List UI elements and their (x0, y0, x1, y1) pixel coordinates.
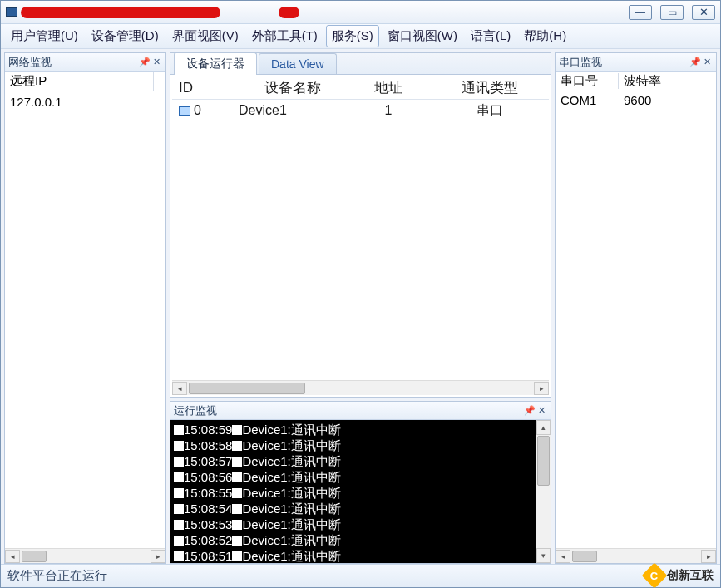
scroll-thumb[interactable] (572, 551, 597, 562)
title-redacted-1 (21, 7, 220, 18)
left-scrollbar[interactable]: ◂ ▸ (5, 548, 165, 563)
panel-title: 网络监视 (8, 55, 52, 70)
col-type[interactable]: 通讯类型 (430, 78, 549, 97)
menu-item[interactable]: 界面视图(V) (167, 26, 244, 47)
center-column: 设备运行器Data View ID 设备名称 地址 通讯类型 0Device11… (170, 52, 551, 564)
menu-item[interactable]: 窗口视图(W) (383, 26, 462, 47)
device-scrollbar[interactable]: ◂ ▸ (172, 380, 549, 395)
log-line: 15:08:57Device1:通讯中断 (174, 453, 532, 469)
status-text: 软件平台正在运行 (7, 568, 107, 584)
left-header-extra[interactable] (154, 80, 165, 83)
right-grid-header: 串口号 波特率 (556, 72, 716, 91)
col-id[interactable]: ID (172, 80, 239, 96)
menu-item[interactable]: 帮助(H) (519, 26, 571, 47)
log-line: 15:08:54Device1:通讯中断 (174, 501, 532, 516)
panel-header-serial: 串口监视 📌 ✕ (556, 53, 716, 72)
statusbar: 软件平台正在运行 C 创新互联 (1, 564, 720, 587)
maximize-button[interactable]: ▭ (660, 5, 684, 20)
log-panel: 运行监视 📌 ✕ 15:08:59Device1:通讯中断15:08:58Dev… (170, 401, 551, 564)
pin-icon[interactable]: 📌 (524, 405, 536, 416)
table-row[interactable]: 0Device11串口 (172, 100, 549, 121)
brand-icon: C (641, 562, 667, 588)
menu-item[interactable]: 设备管理(D) (86, 26, 164, 47)
scroll-right-icon[interactable]: ▸ (151, 550, 165, 563)
pin-icon[interactable]: 📌 (689, 57, 701, 67)
scroll-right-icon[interactable]: ▸ (534, 382, 549, 395)
titlebar: — ▭ ✕ (1, 1, 720, 24)
log-line: 15:08:59Device1:通讯中断 (174, 422, 532, 437)
close-button[interactable]: ✕ (692, 5, 715, 20)
panel-title: 串口监视 (559, 55, 602, 70)
log-line: 15:08:52Device1:通讯中断 (174, 532, 532, 548)
log-line: 15:08:53Device1:通讯中断 (174, 516, 532, 532)
app-window: — ▭ ✕ 用户管理(U)设备管理(D)界面视图(V)外部工具(T)服务(S)窗… (0, 0, 721, 588)
brand-text: 创新互联 (667, 568, 714, 583)
col-baud[interactable]: 波特率 (619, 73, 716, 89)
scroll-left-icon[interactable]: ◂ (5, 550, 20, 563)
menu-item[interactable]: 语言(L) (466, 26, 516, 47)
scroll-thumb[interactable] (189, 383, 305, 394)
title-redacted-2 (279, 7, 299, 18)
close-panel-icon[interactable]: ✕ (536, 405, 547, 416)
tab[interactable]: Data View (259, 53, 337, 74)
scroll-right-icon[interactable]: ▸ (701, 550, 716, 563)
panel-title: 运行监视 (174, 403, 217, 418)
list-item[interactable]: 127.0.0.1 (5, 91, 165, 112)
monitor-icon (179, 106, 190, 116)
tab-strip: 设备运行器Data View (170, 53, 551, 75)
scroll-left-icon[interactable]: ◂ (172, 382, 187, 395)
log-line: 15:08:51Device1:通讯中断 (174, 548, 532, 563)
col-addr[interactable]: 地址 (347, 78, 430, 97)
menu-item[interactable]: 用户管理(U) (6, 26, 83, 47)
menu-item[interactable]: 外部工具(T) (247, 26, 323, 47)
menu-item[interactable]: 服务(S) (326, 25, 379, 47)
app-icon (6, 7, 17, 17)
log-line: 15:08:55Device1:通讯中断 (174, 485, 532, 501)
close-panel-icon[interactable]: ✕ (151, 57, 162, 67)
network-monitor-panel: 网络监视 📌 ✕ 远程IP 127.0.0.1 ◂ ▸ (4, 52, 166, 564)
scroll-thumb[interactable] (22, 551, 47, 562)
scroll-down-icon[interactable]: ▾ (536, 548, 551, 563)
log-vscrollbar[interactable]: ▴ ▾ (536, 420, 551, 563)
serial-monitor-panel: 串口监视 📌 ✕ 串口号 波特率 COM19600 ◂ ▸ (555, 52, 717, 564)
panel-header-network: 网络监视 📌 ✕ (5, 53, 165, 72)
col-name[interactable]: 设备名称 (239, 78, 347, 97)
minimize-button[interactable]: — (629, 5, 652, 20)
scroll-left-icon[interactable]: ◂ (556, 550, 570, 563)
menubar: 用户管理(U)设备管理(D)界面视图(V)外部工具(T)服务(S)窗口视图(W)… (1, 24, 720, 49)
right-scrollbar[interactable]: ◂ ▸ (556, 548, 716, 563)
scroll-up-icon[interactable]: ▴ (536, 420, 551, 435)
log-line: 15:08:58Device1:通讯中断 (174, 437, 532, 453)
tabs-panel: 设备运行器Data View ID 设备名称 地址 通讯类型 0Device11… (170, 52, 551, 398)
tab[interactable]: 设备运行器 (174, 52, 257, 75)
device-grid-header: ID 设备名称 地址 通讯类型 (172, 77, 549, 100)
log-line: 15:08:56Device1:通讯中断 (174, 469, 532, 485)
main-area: 网络监视 📌 ✕ 远程IP 127.0.0.1 ◂ ▸ 设备运行器Da (1, 49, 720, 564)
scroll-thumb[interactable] (537, 436, 550, 486)
brand-logo: C 创新互联 (645, 566, 714, 585)
pin-icon[interactable]: 📌 (139, 57, 151, 67)
left-grid-header: 远程IP (5, 72, 165, 91)
close-panel-icon[interactable]: ✕ (701, 57, 713, 67)
log-body[interactable]: 15:08:59Device1:通讯中断15:08:58Device1:通讯中断… (170, 420, 536, 563)
table-row[interactable]: COM19600 (556, 91, 716, 109)
left-header-ip[interactable]: 远程IP (5, 72, 154, 91)
col-port[interactable]: 串口号 (556, 73, 619, 89)
panel-header-log: 运行监视 📌 ✕ (170, 402, 551, 420)
